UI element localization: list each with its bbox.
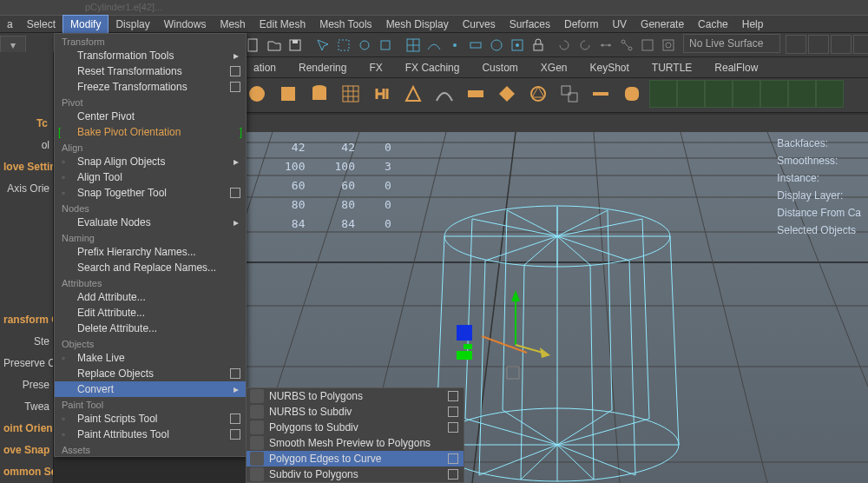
vp-icon[interactable] bbox=[389, 116, 403, 130]
menu-generate[interactable]: Generate bbox=[634, 16, 691, 33]
option-box-icon[interactable] bbox=[230, 429, 240, 440]
snap-view-icon[interactable] bbox=[486, 35, 507, 56]
menu-prefix-hierarchy[interactable]: Prefix Hierarchy Names... bbox=[55, 244, 246, 260]
snap-live-icon[interactable] bbox=[507, 35, 528, 56]
menu-transformation-tools[interactable]: Transformation Tools▸ bbox=[55, 48, 246, 63]
option-box-icon[interactable] bbox=[448, 469, 458, 480]
poly-plane-icon[interactable] bbox=[337, 80, 365, 108]
poly-cylinder-icon[interactable] bbox=[306, 80, 333, 108]
menu-poly-edges-to-curve[interactable]: Polygon Edges to Curve bbox=[247, 451, 464, 466]
menu-center-pivot[interactable]: Center Pivot bbox=[55, 109, 246, 124]
realflow-icon-1[interactable] bbox=[649, 80, 677, 108]
lasso-icon[interactable] bbox=[354, 35, 375, 56]
save-scene-icon[interactable] bbox=[285, 35, 306, 56]
shelf-tab-fxcaching[interactable]: FX Caching bbox=[397, 58, 469, 77]
menu-replace-objects[interactable]: Replace Objects bbox=[55, 366, 246, 381]
no-live-surface-field[interactable]: No Live Surface bbox=[683, 34, 780, 53]
menu-paint-scripts[interactable]: ◦Paint Scripts Tool bbox=[55, 411, 246, 427]
menu-freeze-transformations[interactable]: Freeze Transformations bbox=[55, 79, 246, 95]
menu-uv[interactable]: UV bbox=[605, 16, 634, 33]
vp-icon[interactable] bbox=[267, 116, 281, 130]
node-icon[interactable] bbox=[616, 35, 637, 56]
shelf-tab-custom[interactable]: Custom bbox=[473, 58, 526, 77]
option-box-icon[interactable] bbox=[448, 422, 458, 433]
menu-surfaces[interactable]: Surfaces bbox=[503, 16, 557, 33]
render-icon[interactable] bbox=[637, 35, 658, 56]
snap-grid-icon[interactable] bbox=[403, 35, 424, 56]
shelf-tab-turtle[interactable]: TURTLE bbox=[643, 58, 700, 77]
vp-icon[interactable] bbox=[285, 116, 299, 130]
shelf-tab-fx[interactable]: FX bbox=[360, 58, 391, 77]
vp-icon[interactable] bbox=[337, 116, 351, 130]
shelf-tab-animation[interactable]: ation bbox=[245, 58, 285, 77]
redo-icon[interactable] bbox=[575, 35, 595, 56]
pipe-icon[interactable] bbox=[493, 80, 521, 108]
menu-bake-pivot[interactable]: [Bake Pivot Orientation] bbox=[55, 124, 246, 140]
menu-nurbs-to-subdiv[interactable]: NURBS to Subdiv bbox=[247, 404, 464, 420]
shelf-tab-rendering[interactable]: Rendering bbox=[290, 58, 355, 77]
undo-icon[interactable] bbox=[554, 35, 575, 56]
channel-box-toggle-icon[interactable] bbox=[831, 35, 852, 54]
vp-icon[interactable] bbox=[372, 116, 385, 130]
tool-settings-toggle-icon[interactable] bbox=[808, 35, 829, 54]
snap-point-icon[interactable] bbox=[444, 35, 465, 56]
menu-modify[interactable]: Modify bbox=[62, 15, 108, 34]
menu-smooth-mesh-preview[interactable]: Smooth Mesh Preview to Polygons bbox=[247, 435, 464, 451]
poly-cube-icon[interactable] bbox=[274, 80, 302, 108]
vp-icon[interactable] bbox=[441, 116, 455, 130]
menu-edit-attribute[interactable]: Edit Attribute... bbox=[55, 305, 246, 321]
poly-sphere-icon[interactable] bbox=[243, 80, 271, 108]
construction-icon[interactable] bbox=[595, 35, 616, 56]
shelf-tab-realflow[interactable]: RealFlow bbox=[706, 58, 766, 77]
menu-poly-to-subdiv[interactable]: Polygons to Subdiv bbox=[247, 420, 464, 435]
attribute-editor-toggle-icon[interactable] bbox=[786, 35, 806, 54]
menu-mesh-display[interactable]: Mesh Display bbox=[379, 16, 456, 33]
menu-cache[interactable]: Cache bbox=[691, 16, 735, 33]
menu-reset-transformations[interactable]: Reset Transformations bbox=[55, 63, 246, 79]
menu-make-live[interactable]: ◦Make Live bbox=[55, 350, 246, 366]
menu-deform[interactable]: Deform bbox=[557, 16, 605, 33]
select-tool-icon[interactable] bbox=[312, 35, 333, 56]
option-box-icon[interactable] bbox=[230, 368, 240, 379]
realflow-icon-7[interactable] bbox=[816, 80, 844, 108]
menu-subdiv-to-poly[interactable]: Subdiv to Polygons bbox=[247, 466, 464, 482]
ipr-icon[interactable] bbox=[658, 35, 679, 56]
vp-icon[interactable] bbox=[424, 116, 437, 130]
vp-icon[interactable] bbox=[354, 116, 368, 130]
paint-select-icon[interactable] bbox=[375, 35, 396, 56]
snap-curve-icon[interactable] bbox=[424, 35, 444, 56]
realflow-icon-5[interactable] bbox=[760, 80, 788, 108]
shelf-tab-keyshot[interactable]: KeyShot bbox=[581, 58, 637, 77]
lock-icon[interactable] bbox=[528, 35, 549, 56]
option-box-icon[interactable] bbox=[448, 407, 458, 417]
menu-search-replace[interactable]: Search and Replace Names... bbox=[55, 260, 246, 275]
menu-a[interactable]: a bbox=[0, 16, 20, 33]
planar-icon[interactable] bbox=[462, 80, 490, 108]
select-mode-icon[interactable] bbox=[333, 35, 354, 56]
svg-mesh-icon[interactable] bbox=[399, 80, 427, 108]
menu-align-tool[interactable]: ◦Align Tool bbox=[55, 169, 246, 185]
menu-evaluate-nodes[interactable]: Evaluate Nodes▸ bbox=[55, 215, 246, 230]
option-box-icon[interactable] bbox=[448, 391, 458, 401]
option-box-icon[interactable] bbox=[230, 66, 240, 76]
menu-delete-attribute[interactable]: Delete Attribute... bbox=[55, 321, 246, 336]
menu-paint-attributes[interactable]: ◦Paint Attributes Tool bbox=[55, 427, 246, 442]
vp-icon[interactable] bbox=[250, 116, 264, 130]
curve-tool-icon[interactable] bbox=[431, 80, 458, 108]
vp-icon[interactable] bbox=[319, 116, 333, 130]
option-box-icon[interactable] bbox=[230, 82, 240, 92]
option-box-icon[interactable] bbox=[448, 453, 458, 464]
menu-convert[interactable]: Convert▸ bbox=[55, 381, 246, 397]
vp-icon[interactable] bbox=[302, 116, 316, 130]
option-box-icon[interactable] bbox=[230, 414, 240, 424]
option-box-icon[interactable] bbox=[230, 188, 240, 198]
modeling-toolkit-toggle-icon[interactable] bbox=[853, 35, 868, 54]
smooth-icon[interactable] bbox=[618, 80, 646, 108]
menu-mesh[interactable]: Mesh bbox=[213, 16, 252, 33]
menu-mesh-tools[interactable]: Mesh Tools bbox=[312, 16, 378, 33]
combine-icon[interactable] bbox=[556, 80, 583, 108]
menu-help[interactable]: Help bbox=[735, 16, 771, 33]
menu-windows[interactable]: Windows bbox=[157, 16, 214, 33]
menu-select[interactable]: Select bbox=[20, 16, 62, 33]
open-scene-icon[interactable] bbox=[264, 35, 285, 56]
